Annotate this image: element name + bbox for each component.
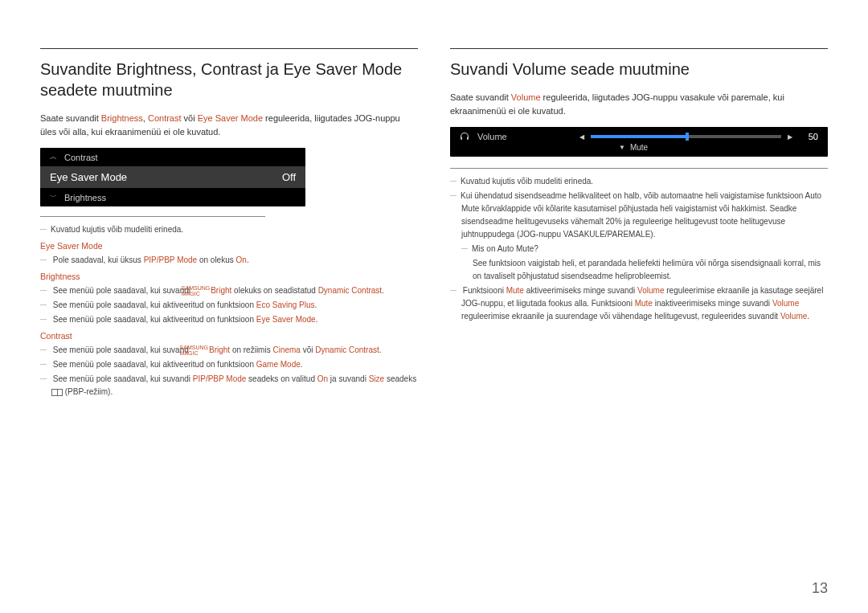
osd-panel: ︿ Contrast Eye Saver Mode Off ﹀ Brightne… (40, 148, 305, 206)
page-number: 13 (812, 580, 828, 597)
note-disclaimer-right: Kuvatud kujutis võib mudeliti erineda. (450, 175, 828, 188)
headphone-icon (460, 132, 469, 141)
section-brightness: Brightness (40, 272, 418, 281)
note: Funktsiooni Mute aktiveerimiseks minge s… (450, 284, 828, 323)
note: See menüü pole saadaval, kui suvandi SAM… (40, 284, 418, 297)
note: See menüü pole saadaval, kui aktiveeritu… (40, 313, 418, 326)
intro-left: Saate suvandit Brightness, Contrast või … (40, 112, 418, 138)
triangle-right-icon: ▶ (788, 133, 792, 141)
note: Kui ühendatud sisendseadme helikvaliteet… (450, 190, 828, 241)
heading-right: Suvandi Volume seade muutmine (450, 59, 828, 80)
note: See menüü pole saadaval, kui suvandi PIP… (40, 373, 418, 398)
osd-row-up: ︿ Contrast (40, 148, 305, 166)
intro-right: Saate suvandit Volume reguleerida, liigu… (450, 91, 828, 117)
note-sub-body: See funktsioon vaigistab heli, et parand… (450, 257, 828, 283)
section-eye-saver: Eye Saver Mode (40, 241, 418, 251)
osd-volume-panel: Volume ◀ ▶ 50 ▼ Mute (450, 127, 828, 157)
chevron-up-icon: ︿ (50, 152, 58, 162)
mute-label: Mute (630, 143, 648, 152)
note-sub: Mis on Auto Mute? (450, 243, 828, 255)
note: Pole saadaval, kui üksus PIP/PBP Mode on… (40, 254, 418, 267)
note: See menüü pole saadaval, kui suvand SAMS… (40, 344, 418, 357)
volume-slider (591, 135, 781, 138)
samsung-magic-icon: SAMSUNGMAGIC (193, 285, 210, 296)
chevron-down-icon: ﹀ (50, 192, 58, 202)
pbp-icon (51, 389, 63, 396)
volume-value: 50 (799, 132, 818, 141)
svg-rect-0 (461, 137, 462, 140)
volume-label: Volume (477, 132, 507, 141)
section-contrast: Contrast (40, 331, 418, 341)
samsung-magic-icon: SAMSUNGMAGIC (191, 345, 208, 356)
note-disclaimer: Kuvatud kujutis võib mudeliti erineda. (40, 223, 418, 236)
note: See menüü pole saadaval, kui aktiveeritu… (40, 358, 418, 371)
heading-left: Suvandite Brightness, Contrast ja Eye Sa… (40, 59, 418, 100)
svg-rect-1 (467, 137, 469, 140)
note: See menüü pole saadaval, kui aktiveeritu… (40, 299, 418, 312)
triangle-left-icon: ◀ (579, 133, 584, 141)
osd-row-down: ﹀ Brightness (40, 188, 305, 206)
triangle-down-icon: ▼ (619, 144, 625, 151)
osd-row-current: Eye Saver Mode Off (40, 166, 305, 188)
